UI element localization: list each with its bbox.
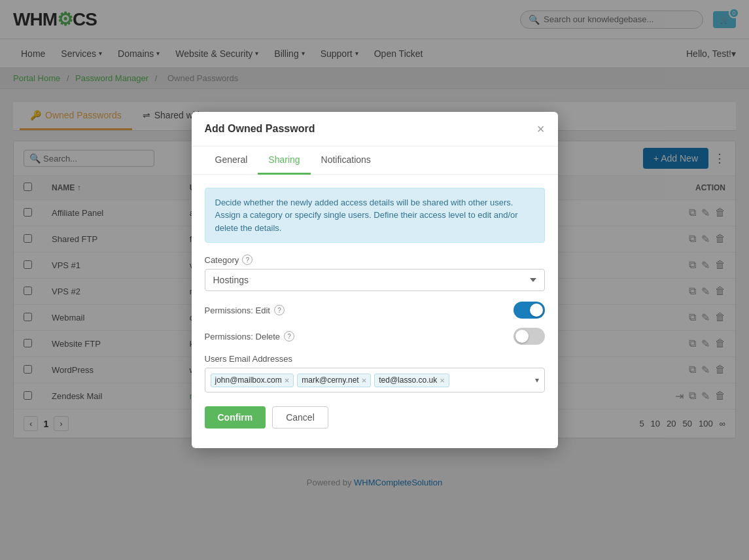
email-addresses-label: Users Email Addresses	[205, 354, 545, 364]
email-tag-2-remove[interactable]: ×	[362, 376, 367, 385]
modal-tab-general[interactable]: General	[205, 147, 258, 175]
permissions-delete-help-icon[interactable]: ?	[284, 331, 294, 341]
toggle-delete-knob	[515, 330, 529, 343]
modal-tab-sharing[interactable]: Sharing	[258, 147, 310, 175]
permissions-edit-toggle[interactable]	[514, 302, 545, 319]
modal-dialog: Add Owned Password × General Sharing Not…	[192, 112, 558, 449]
permissions-delete-label: Permissions: Delete ?	[205, 331, 295, 341]
category-group: Category ? Hostings Email FTP Other	[205, 254, 545, 291]
email-tags-container[interactable]: john@mailbox.com × mark@cerny.net × ted@…	[205, 368, 545, 393]
modal-tab-notifications[interactable]: Notifications	[311, 147, 381, 175]
modal-title: Add Owned Password	[205, 123, 315, 135]
modal-tabs: General Sharing Notifications	[192, 147, 558, 175]
category-label: Category ?	[205, 254, 545, 265]
modal-close-button[interactable]: ×	[537, 122, 545, 135]
confirm-button[interactable]: Confirm	[205, 406, 266, 429]
category-select[interactable]: Hostings Email FTP Other	[205, 269, 545, 291]
modal-overlay[interactable]: Add Owned Password × General Sharing Not…	[0, 0, 749, 500]
email-addresses-group: Users Email Addresses john@mailbox.com ×…	[205, 354, 545, 393]
cancel-button[interactable]: Cancel	[272, 406, 328, 429]
permissions-edit-row: Permissions: Edit ?	[205, 302, 545, 319]
modal-header: Add Owned Password ×	[192, 112, 558, 147]
permissions-edit-label: Permissions: Edit ?	[205, 305, 285, 315]
permissions-delete-row: Permissions: Delete ?	[205, 328, 545, 345]
email-tag-2: mark@cerny.net ×	[297, 374, 371, 387]
email-tag-1-remove[interactable]: ×	[285, 376, 290, 385]
modal-body: Decide whether the newly added access de…	[192, 175, 558, 449]
permissions-edit-help-icon[interactable]: ?	[274, 305, 285, 315]
modal-footer: Confirm Cancel	[205, 403, 545, 435]
permissions-delete-toggle[interactable]	[514, 328, 545, 345]
email-dropdown-arrow-icon[interactable]: ▾	[535, 376, 539, 385]
email-tag-1: john@mailbox.com ×	[211, 374, 294, 387]
category-help-icon[interactable]: ?	[242, 254, 253, 265]
email-tag-3-remove[interactable]: ×	[440, 376, 445, 385]
category-select-wrapper: Hostings Email FTP Other	[205, 269, 545, 291]
email-tag-3: ted@lasso.co.uk ×	[374, 374, 449, 387]
toggle-edit-knob	[530, 304, 543, 317]
sharing-info-box: Decide whether the newly added access de…	[205, 188, 545, 243]
